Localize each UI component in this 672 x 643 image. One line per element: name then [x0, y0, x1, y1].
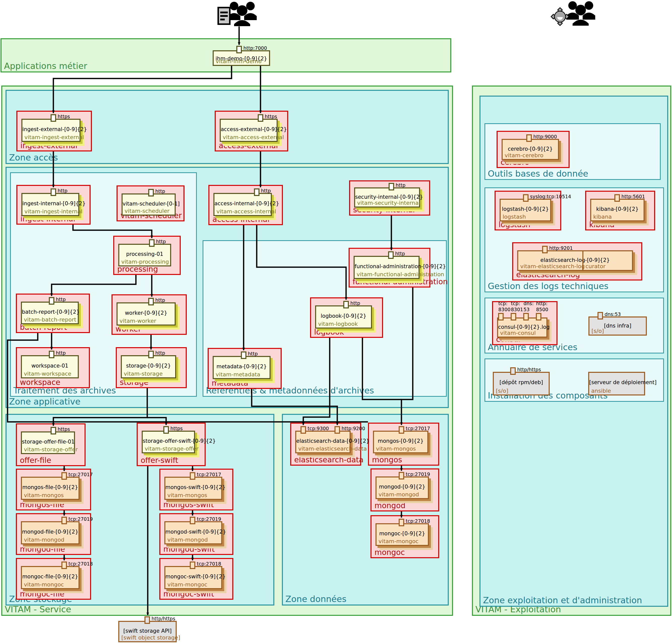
- elasticsearch-log-label: elasticsearch-log: [516, 270, 580, 279]
- consul-port-label-line: 8500: [536, 306, 548, 313]
- mongoc-file-label: mongoc-file: [20, 590, 64, 598]
- mongoc-file-card: mongoc-file-[0-9]{2}vitam-mongoc: [21, 566, 80, 589]
- mongod-swift-title: mongod-swift-[0-9]{2}: [165, 529, 221, 535]
- offer-swift-subtitle: vitam-storage-offer: [145, 446, 199, 452]
- mongos-swift-label: mongos-swift: [163, 500, 214, 509]
- worker-subtitle: vitam-worker: [120, 318, 156, 324]
- consul-subtitle: vitam-consul: [500, 330, 536, 336]
- consul-port-label-line: dns:: [524, 300, 533, 306]
- logstash-label: logstash: [499, 220, 530, 229]
- security-internal-subtitle: vitam-security-internal: [357, 200, 420, 206]
- ansible-subtitle: ansible: [591, 388, 611, 394]
- offer-file-title: storage-offer-file-01: [22, 439, 74, 445]
- access-external-subtitle: vitam-access-external: [223, 134, 284, 141]
- batch-report-title: batch-report-[0-9]{2}: [22, 309, 78, 315]
- consul-port-label-line: 8301: [511, 306, 523, 313]
- mongos-swift-card: mongos-swift-[0-9]{2}vitam-mongos: [164, 477, 222, 500]
- logstash-title: logstash-[0-9]{2}: [501, 206, 550, 212]
- dns-infra-subtitle: [s/o]: [591, 328, 604, 334]
- zone-label-donnees: Zone données: [285, 594, 346, 604]
- mongos-swift-title: mongos-swift-[0-9]{2}: [165, 484, 221, 490]
- mongoc-swift-port: [190, 561, 195, 569]
- access-internal-label: access-internal: [213, 215, 269, 223]
- access-external-label: access-external: [219, 141, 278, 150]
- mongoc-file-port-label: tcp:27018: [69, 561, 93, 567]
- elasticsearch-data-port-label: tcp:9300: [308, 426, 329, 431]
- logstash-card: logstash-[0-9]{2}logstash: [500, 199, 551, 221]
- swift-object-storage-card: [swift storage API][swift object storage…: [118, 621, 177, 642]
- mongod-swift-label: mongod-swift: [163, 545, 215, 554]
- elasticsearch-log-port-label: http:9201: [549, 245, 573, 251]
- elasticsearch-data-port: [300, 426, 306, 434]
- security-internal-port-label: http: [396, 182, 406, 188]
- ihm-demo-subtitle: vitam-ihm-demo: [216, 58, 262, 64]
- mongod-port-label: tcp:27019: [406, 471, 430, 477]
- worker-port: [148, 298, 154, 305]
- kibana-port-label: http:5601: [621, 194, 645, 199]
- logstash-port: [523, 194, 529, 202]
- security-internal-card: security-internal-[0-9]{2}vitam-security…: [354, 187, 420, 208]
- ansible-title: [serveur de déploiement]: [589, 379, 644, 385]
- kibana-card: kibana-[0-9]{2}kibana: [590, 199, 645, 221]
- elasticsearch-data-port: [335, 426, 340, 434]
- access-external-title: access-external-[0-9]{2}: [221, 126, 277, 132]
- swift-object-storage-title: [swift storage API]: [119, 628, 176, 634]
- workspace-card: workspace-01vitam-workspace: [21, 355, 79, 378]
- metadata-subtitle: vitam-metadata: [216, 371, 260, 378]
- consul-port-label-line: tcp:: [498, 300, 511, 306]
- mongoc-port: [399, 519, 404, 526]
- offer-file-port-label: https: [58, 426, 70, 432]
- mongos-label: mongos: [372, 455, 402, 464]
- mongoc-file-subtitle: vitam-mongoc: [24, 581, 64, 588]
- storage-card: storage-[0-9]{2}vitam-storage: [121, 355, 176, 378]
- storage-port-label: http: [155, 350, 165, 356]
- elasticsearch-data-subtitle: vitam-elasticsearch-data: [298, 446, 367, 452]
- zone-label-vitam-service: VITAM - Service: [5, 604, 71, 614]
- architecture-diagram: Applications métier VITAM - Service Zone…: [0, 0, 672, 643]
- depot-rpm-deb-port: [510, 367, 516, 375]
- mongoc-subtitle: vitam-mongoc: [379, 538, 419, 544]
- functional-administration-subtitle: vitam-functional-administration: [357, 271, 444, 278]
- metadata-port-label: http: [248, 351, 258, 356]
- elasticsearch-log-title: elasticsearch-log-[0-9]{2}: [518, 257, 632, 263]
- cerebro-card: cerebro-[0-9]{2}vitam-cerebro: [502, 139, 559, 160]
- cerebro-port: [526, 134, 532, 142]
- mongos-subtitle: vitam-mongos: [376, 446, 416, 452]
- elasticsearch-log-card: elasticsearch-log-[0-9]{2}vitam-elastics…: [517, 250, 633, 271]
- metadata-card: metadata-[0-9]{2}vitam-metadata: [213, 356, 271, 379]
- storage-title: storage-[0-9]{2}: [122, 363, 175, 369]
- vitam-scheduler-port-label: http: [155, 189, 165, 194]
- mongoc-label: mongoc: [374, 548, 405, 557]
- mongoc-card: mongoc-[0-9]{2}vitam-mongoc: [375, 523, 429, 546]
- consul-port: [523, 313, 529, 320]
- workspace-label: workspace: [20, 378, 60, 387]
- logbook-port-label: http: [350, 300, 360, 306]
- logstash-subtitle: logstash: [503, 214, 526, 220]
- functional-administration-card: functional-administration-[0-9]{2}vitam-…: [353, 256, 420, 279]
- mongos-swift-subtitle: vitam-mongos: [167, 492, 207, 498]
- mongoc-title: mongoc-[0-9]{2}: [376, 531, 428, 537]
- vitam-scheduler-title: vitam-scheduler-[0-1]: [122, 201, 175, 207]
- consul-port-label: tcp:8301: [511, 300, 523, 313]
- batch-report-port-label: http: [56, 296, 66, 302]
- consul-card: consul-[0-9]{2}.logvitam-consul: [497, 317, 548, 338]
- ingest-external-label: ingest-external: [20, 141, 77, 150]
- offer-file-subtitle: vitam-storage-offer: [24, 446, 78, 452]
- offer-swift-port: [163, 426, 169, 434]
- storage-label: storage: [120, 378, 148, 387]
- consul-port-label-line: tcp:: [511, 300, 523, 306]
- consul-port-label-line: 53: [524, 306, 533, 313]
- access-external-port: [258, 114, 263, 122]
- ingest-internal-port-label: http: [58, 188, 68, 193]
- offer-file-port: [51, 427, 56, 435]
- metadata-label: metadata: [212, 379, 248, 387]
- dns-infra-port: [598, 312, 603, 319]
- mongoc-swift-subtitle: vitam-mongoc: [167, 581, 207, 588]
- batch-report-card: batch-report-[0-9]{2}vitam-batch-report: [21, 302, 79, 324]
- access-internal-card: access-internal-[0-9]{2}vitam-access-int…: [214, 193, 272, 216]
- logbook-title: logbook-[0-9]{2}: [316, 313, 371, 319]
- elasticsearch-log-subtitle: vitam-elasticsearch-log: [520, 263, 585, 269]
- offer-file-label: offer-file: [20, 456, 51, 465]
- mongod-swift-port-label: tcp:27019: [197, 516, 221, 522]
- batch-report-port: [49, 297, 55, 305]
